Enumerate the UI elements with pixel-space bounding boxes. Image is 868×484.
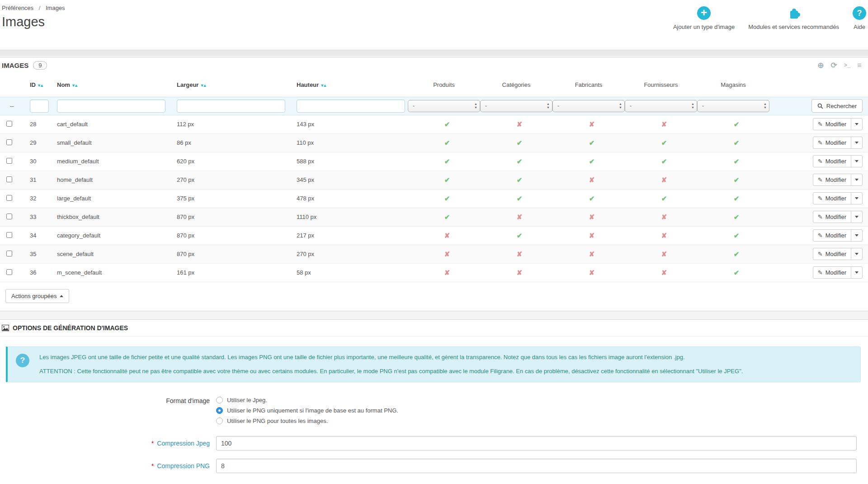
search-icon: [817, 103, 823, 109]
menu-icon[interactable]: ≡: [857, 62, 862, 69]
chevron-down-icon: [855, 123, 859, 125]
check-icon: ✔: [517, 232, 523, 239]
column-header-height[interactable]: Hauteur▾▴: [290, 73, 408, 97]
column-label: Hauteur: [297, 81, 319, 88]
filter-suppliers-select[interactable]: -: [625, 100, 697, 112]
column-header-name[interactable]: Nom▾▴: [51, 73, 170, 97]
modify-button-label: Modifier: [826, 121, 846, 128]
sort-carets-icon: ▾▴: [201, 83, 206, 88]
help-button[interactable]: ? Aide: [853, 6, 866, 30]
table-row: 35scene_default870 px270 px✘✘✘✘✔✎Modifie…: [0, 245, 868, 263]
main-content: IMAGES 9 ⊕ ⟳ >_ ≡ ID▾▴ Nom▾▴ Largeur▾▴: [0, 56, 868, 484]
chevron-down-icon: [855, 197, 859, 199]
modify-button[interactable]: ✎Modifier: [813, 248, 863, 260]
cell-id: 28: [24, 115, 51, 133]
jpeg-compression-input[interactable]: [216, 436, 857, 451]
check-icon: ✔: [661, 157, 667, 165]
check-icon: ✔: [444, 213, 450, 221]
modify-button[interactable]: ✎Modifier: [813, 174, 863, 186]
breadcrumb-item-preferences[interactable]: Préférences: [2, 5, 33, 11]
filter-id-input[interactable]: [30, 100, 49, 113]
cell-name: m_scene_default: [51, 263, 170, 282]
pencil-icon: ✎: [818, 251, 823, 257]
modify-dropdown-toggle[interactable]: [851, 230, 862, 241]
modify-button-label: Modifier: [826, 158, 846, 165]
row-checkbox[interactable]: [6, 121, 12, 127]
column-header-actions: [769, 73, 868, 97]
check-icon: ✔: [517, 195, 523, 202]
pencil-icon: ✎: [818, 121, 823, 128]
radio-icon: [216, 397, 223, 403]
chevron-down-icon: [855, 160, 859, 162]
modify-dropdown-toggle[interactable]: [851, 267, 862, 278]
filter-width-input[interactable]: [177, 100, 285, 113]
table-row: 34category_default870 px217 px✘✔✘✘✔✎Modi…: [0, 226, 868, 245]
modify-dropdown-toggle[interactable]: [851, 248, 862, 260]
radio-use-jpeg[interactable]: Utiliser le Jpeg.: [216, 397, 857, 403]
images-panel-title: IMAGES: [2, 62, 28, 69]
modify-button[interactable]: ✎Modifier: [813, 211, 863, 223]
radio-use-png-if-base-png[interactable]: Utiliser le PNG uniquement si l'image de…: [216, 407, 857, 414]
cell-name: scene_default: [51, 245, 170, 263]
filter-dash: --: [0, 97, 24, 115]
cross-icon: ✘: [661, 176, 667, 184]
cell-name: home_default: [51, 171, 170, 189]
cell-width: 112 px: [170, 115, 290, 133]
modify-button-label: Modifier: [826, 176, 846, 183]
row-checkbox[interactable]: [6, 195, 12, 201]
required-marker: *: [151, 440, 154, 447]
row-checkbox[interactable]: [6, 214, 12, 219]
row-checkbox[interactable]: [6, 158, 12, 164]
png-compression-row: *Compression PNG: [0, 459, 868, 473]
info-paragraph: Les images JPEG ont une taille de fichie…: [39, 353, 851, 362]
filter-manufacturers-select[interactable]: -: [552, 100, 625, 112]
row-checkbox[interactable]: [6, 232, 12, 238]
modify-button[interactable]: ✎Modifier: [813, 229, 863, 242]
modify-button[interactable]: ✎Modifier: [813, 266, 863, 279]
modify-button[interactable]: ✎Modifier: [813, 192, 863, 204]
add-icon[interactable]: ⊕: [817, 62, 824, 69]
breadcrumb-item-images[interactable]: Images: [46, 5, 65, 11]
refresh-icon[interactable]: ⟳: [830, 62, 837, 69]
png-compression-input[interactable]: [216, 459, 857, 473]
modify-dropdown-toggle[interactable]: [851, 119, 862, 130]
modify-dropdown-toggle[interactable]: [851, 137, 862, 148]
pencil-icon: ✎: [818, 176, 823, 183]
cell-id: 31: [24, 171, 51, 189]
column-header-width[interactable]: Largeur▾▴: [170, 73, 290, 97]
modify-button[interactable]: ✎Modifier: [813, 137, 863, 149]
cell-name: small_default: [51, 133, 170, 152]
page-header: Préférences / Images Images + Ajouter un…: [0, 0, 868, 50]
filter-stores-select[interactable]: -: [697, 100, 769, 112]
recommended-modules-button[interactable]: Modules et services recommandés: [748, 6, 839, 30]
column-header-id[interactable]: ID▾▴: [24, 73, 51, 97]
image-table-body: 28cart_default112 px143 px✔✘✘✘✔✎Modifier…: [0, 115, 868, 282]
row-checkbox[interactable]: [6, 176, 12, 182]
bulk-actions-button[interactable]: Actions groupées: [5, 289, 69, 303]
modify-dropdown-toggle[interactable]: [851, 193, 862, 204]
modify-dropdown-toggle[interactable]: [851, 156, 862, 167]
add-image-type-button[interactable]: + Ajouter un type d'image: [673, 6, 735, 30]
terminal-icon[interactable]: >_: [844, 63, 850, 68]
search-button[interactable]: Rechercher: [811, 99, 863, 113]
radio-use-png-all[interactable]: Utiliser le PNG pour toutes les images.: [216, 418, 857, 424]
modify-button[interactable]: ✎Modifier: [813, 155, 863, 167]
filter-name-input[interactable]: [57, 100, 165, 113]
filter-categories-select[interactable]: -: [480, 100, 552, 112]
row-checkbox[interactable]: [6, 251, 12, 256]
row-checkbox[interactable]: [6, 139, 12, 145]
modify-button-label: Modifier: [826, 214, 846, 220]
sort-carets-icon: ▾▴: [72, 83, 78, 88]
pencil-icon: ✎: [818, 232, 823, 239]
info-paragraph: ATTENTION : Cette fonctionnalité peut ne…: [39, 367, 851, 376]
modify-dropdown-toggle[interactable]: [851, 211, 862, 223]
filter-height-input[interactable]: [297, 100, 405, 113]
filter-products-select[interactable]: -: [408, 100, 480, 112]
modify-button[interactable]: ✎Modifier: [813, 118, 863, 130]
png-compression-label: Compression PNG: [157, 462, 210, 470]
sort-carets-icon: ▾▴: [321, 83, 326, 88]
check-icon: ✔: [589, 139, 595, 147]
radio-label: Utiliser le Jpeg.: [227, 397, 267, 403]
modify-dropdown-toggle[interactable]: [851, 174, 862, 185]
row-checkbox[interactable]: [6, 269, 12, 275]
